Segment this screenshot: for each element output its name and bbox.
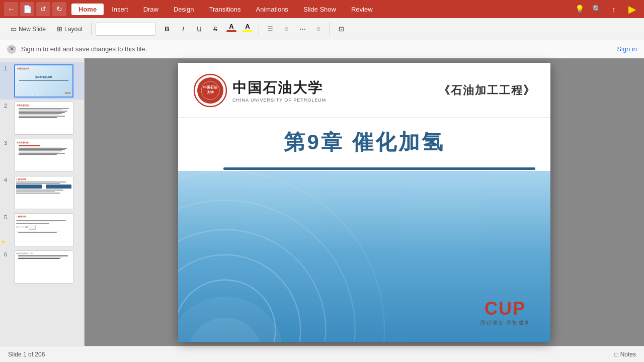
slide-num-1: 1: [4, 64, 11, 71]
slide-num-3: 3: [4, 139, 11, 146]
font-color-button[interactable]: A: [224, 22, 238, 36]
svg-point-1: [15, 81, 38, 97]
notes-icon: □: [614, 351, 618, 358]
toolbar: ▭ New Slide ⊞ Layout B I U S̶ A A ☰ ≡ ⋯ …: [0, 18, 644, 40]
cup-logo: CUP 厚积薄发 开拓成务: [480, 298, 530, 327]
book-title: 《石油加工工程》: [439, 83, 535, 98]
redo-button[interactable]: ↻: [52, 2, 66, 16]
slide-thumb-2: 本章主要内容: [14, 102, 73, 135]
tab-design[interactable]: Design: [167, 4, 201, 15]
font-color-letter: A: [229, 23, 233, 30]
title-icons: 💡 🔍 ↑ ▶: [573, 1, 640, 17]
slide-view: 中国石油 大学 中国石油大学 CHINA UNIVERSITY OF PETRO…: [85, 58, 644, 346]
university-name: 中国石油大学 CHINA UNIVERSITY OF PETROLEUM: [232, 78, 326, 103]
tab-home[interactable]: Home: [71, 4, 104, 15]
highlight-letter: A: [245, 23, 250, 30]
university-logo: 中国石油 大学 中国石油大学 CHINA UNIVERSITY OF PETRO…: [193, 73, 326, 108]
status-bar: Slide 1 of 206 □ Notes: [0, 346, 644, 362]
slide-item-1[interactable]: 1 中国石油大学 第9章 催化加氢 CUP: [0, 62, 84, 100]
slide-canvas: 中国石油 大学 中国石油大学 CHINA UNIVERSITY OF PETRO…: [178, 63, 550, 342]
layout-button[interactable]: ⊞ Layout: [52, 23, 87, 35]
notification-bar: ✕ Sign in to edit and save changes to th…: [0, 40, 644, 58]
search-input[interactable]: [96, 23, 156, 36]
list-group: ☰ ≡ ⋯ ≡: [263, 22, 330, 36]
status-right: □ Notes: [614, 351, 636, 358]
thumb3-title: 本章主要内容: [17, 141, 71, 144]
thumb4-title: 1. 催化加氢: [16, 178, 71, 180]
strikethrough-button[interactable]: S̶: [208, 22, 222, 36]
logo-svg: 中国石油 大学: [193, 73, 227, 108]
svg-text:中国石油: 中国石油: [203, 85, 217, 89]
slide-num-5: 5: [4, 213, 11, 220]
thumb2-title: 本章主要内容: [17, 104, 71, 107]
bold-button[interactable]: B: [160, 22, 174, 36]
tab-slideshow[interactable]: Slide Show: [296, 4, 343, 15]
slide-num-4: 4: [4, 176, 11, 183]
slide-thumb-6: 加氢过程的典型单一产品: [14, 250, 73, 284]
tab-draw[interactable]: Draw: [136, 4, 166, 15]
tab-review[interactable]: Review: [344, 4, 380, 15]
university-cn: 中国石油大学: [232, 78, 326, 98]
numbered-list-button[interactable]: ≡: [279, 22, 293, 36]
back-button[interactable]: ←: [4, 2, 18, 16]
slide-thumb-5: 1. 催化加氢 H/C: [14, 213, 73, 246]
sign-in-button[interactable]: Sign in: [617, 45, 637, 53]
font-color-bar: [226, 30, 236, 32]
slide-item-6[interactable]: 6 加氢过程的典型单一产品: [0, 248, 84, 286]
new-slide-button[interactable]: ▭ New Slide: [6, 23, 50, 35]
svg-point-0: [15, 86, 33, 97]
thumb3-content: 本章主要内容: [15, 139, 73, 171]
cup-text: CUP: [480, 298, 530, 319]
slide-header: 中国石油 大学 中国石油大学 CHINA UNIVERSITY OF PETRO…: [178, 63, 550, 118]
italic-button[interactable]: I: [176, 22, 190, 36]
highlight-button[interactable]: A: [240, 22, 255, 36]
thumb4-box: →: [16, 185, 71, 189]
cup-tagline: 厚积薄发 开拓成务: [480, 319, 530, 327]
thumb2-content: 本章主要内容: [15, 102, 73, 134]
slide-group: ▭ New Slide ⊞ Layout: [6, 23, 92, 35]
notification-message: Sign in to edit and save changes to this…: [21, 45, 147, 53]
notification-close-button[interactable]: ✕: [7, 45, 16, 54]
more-list-button[interactable]: ⋯: [295, 22, 309, 36]
thumb1-cup: CUP: [65, 92, 70, 95]
slide-item-3[interactable]: 3 本章主要内容: [0, 137, 84, 174]
slide-panel[interactable]: 1 中国石油大学 第9章 催化加氢 CUP 2: [0, 58, 85, 346]
thumb1-circles: [15, 65, 53, 97]
main-area: 1 中国石油大学 第9章 催化加氢 CUP 2: [0, 58, 644, 346]
play-button[interactable]: ▶: [624, 1, 640, 17]
align-button[interactable]: ≡: [311, 22, 326, 36]
thumb5-content: 1. 催化加氢 H/C: [15, 214, 73, 246]
extra-group: ⊡: [334, 22, 352, 36]
tab-insert[interactable]: Insert: [105, 4, 135, 15]
lightbulb-icon[interactable]: 💡: [573, 2, 587, 16]
underline-button[interactable]: U: [192, 22, 206, 36]
tab-animations[interactable]: Animations: [249, 4, 295, 15]
notes-button[interactable]: □ Notes: [614, 351, 636, 358]
format-group: B I U S̶ A A: [160, 22, 259, 36]
file-icon[interactable]: 📄: [20, 2, 34, 16]
slide-thumb-4: 1. 催化加氢 →: [14, 176, 73, 209]
menu-tabs: Home Insert Draw Design Transitions Anim…: [71, 4, 571, 15]
slide-divider: [178, 117, 550, 118]
svg-point-2: [15, 76, 43, 97]
tab-transitions[interactable]: Transitions: [202, 4, 248, 15]
star-icon: ★: [1, 239, 6, 244]
slide-thumb-1: 中国石油大学 第9章 催化加氢 CUP: [14, 64, 73, 98]
slide-num-6: 6: [4, 250, 11, 257]
search-icon[interactable]: 🔍: [590, 2, 604, 16]
share-icon[interactable]: ↑: [607, 2, 621, 16]
layout-icon: ⊞: [57, 25, 62, 33]
highlight-bar: [243, 30, 253, 32]
slide-item-2[interactable]: 2 本章主要内容: [0, 100, 84, 137]
slide-thumb-3: 本章主要内容: [14, 139, 73, 172]
bullet-list-button[interactable]: ☰: [263, 22, 277, 36]
slide-info: Slide 1 of 206: [8, 351, 45, 358]
slide-item-5[interactable]: 5 1. 催化加氢 H/C: [0, 211, 84, 248]
decorative-circles: [178, 121, 410, 342]
thumb4-content: 1. 催化加氢 →: [15, 176, 73, 209]
new-slide-icon: ▭: [11, 25, 17, 33]
undo-button[interactable]: ↺: [36, 2, 50, 16]
more-options-button[interactable]: ⊡: [334, 22, 348, 36]
slide-item-4[interactable]: 4 1. 催化加氢 →: [0, 174, 84, 211]
title-bar: ← 📄 ↺ ↻ Home Insert Draw Design Transiti…: [0, 0, 644, 18]
